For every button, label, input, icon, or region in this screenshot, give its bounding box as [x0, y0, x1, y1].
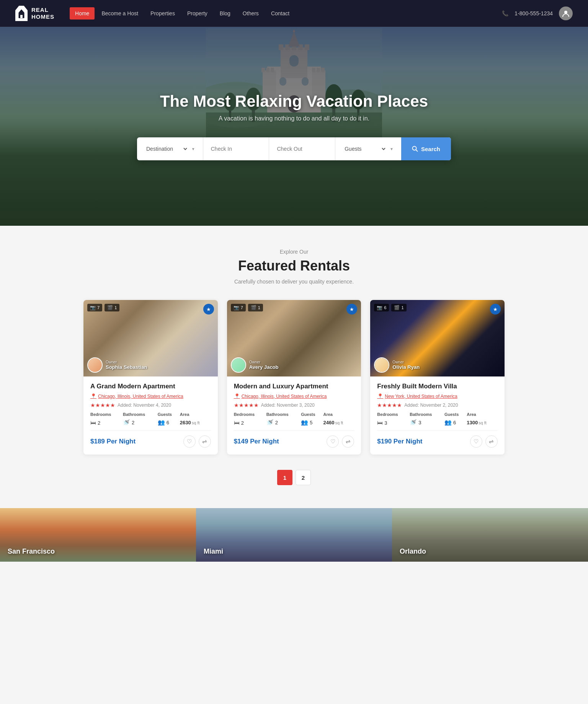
- property-card-1: 📷7 🎬1 ★ Owner Sophia Sebastian A Grand M…: [83, 300, 218, 455]
- nav-link-properties[interactable]: Properties: [145, 7, 180, 20]
- area-header: Area: [467, 412, 498, 418]
- compare-button[interactable]: ⇌: [342, 435, 354, 448]
- star-rating: ★★★★★: [234, 402, 259, 408]
- checkin-field[interactable]: [203, 137, 270, 160]
- owner-label: Owner: [106, 360, 147, 364]
- guests-header: Guests: [444, 412, 467, 418]
- bathrooms-header: Bathrooms: [410, 412, 444, 418]
- specs-table: Bedrooms Bathrooms Guests Area 🛏3 🚿3: [377, 412, 498, 426]
- city-strip: San FranciscoMiamiOrlando: [0, 508, 588, 562]
- nav-links: HomeBecome a HostPropertiesPropertyBlogO…: [70, 7, 502, 20]
- brand-logo[interactable]: REAL HOMES: [15, 6, 54, 21]
- city-item-orlando[interactable]: Orlando: [392, 508, 588, 562]
- bathrooms-value: 🚿2: [266, 418, 301, 426]
- city-item-miami[interactable]: Miami: [196, 508, 392, 562]
- property-card-2: 📷7 🎬1 ★ Owner Avery Jacob Modern and Lux…: [227, 300, 361, 455]
- guests-value: 👥6: [444, 418, 467, 426]
- destination-field[interactable]: Destination ▼: [137, 137, 203, 160]
- card-title: Modern and Luxury Apartment: [234, 383, 354, 390]
- badge-row: 📷6 🎬1: [374, 304, 406, 311]
- area-header: Area: [180, 412, 211, 418]
- owner-info: Owner Olivia Ryan: [374, 357, 420, 373]
- camera-icon: 📷: [377, 305, 382, 310]
- destination-select[interactable]: Destination: [145, 145, 188, 152]
- card-image-wrapper: 📷6 🎬1 ★ Owner Olivia Ryan: [370, 300, 505, 376]
- stars-row: ★★★★★ Added: November 2, 2020: [377, 402, 498, 408]
- nav-link-home[interactable]: Home: [70, 7, 95, 20]
- checkin-input[interactable]: [211, 146, 261, 152]
- brand-name-line1: REAL: [31, 7, 54, 13]
- search-bar: Destination ▼ Guests ▼ Search: [137, 137, 451, 160]
- card-location[interactable]: 📍 Chicago, Illinois, United States of Am…: [234, 393, 354, 399]
- nav-link-others[interactable]: Others: [237, 7, 264, 20]
- bathrooms-header: Bathrooms: [266, 412, 301, 418]
- nav-link-contact[interactable]: Contact: [266, 7, 295, 20]
- owner-label: Owner: [392, 360, 420, 364]
- wishlist-button[interactable]: ♡: [327, 435, 339, 448]
- navbar: REAL HOMES HomeBecome a HostPropertiesPr…: [0, 0, 588, 27]
- bed-icon: 🛏: [234, 419, 240, 426]
- search-button[interactable]: Search: [401, 137, 451, 160]
- hero-content: The Most Relaxing Vacation Places A vaca…: [160, 92, 428, 122]
- owner-info: Owner Sophia Sebastian: [87, 357, 147, 373]
- nav-link-become-a-host[interactable]: Become a Host: [96, 7, 144, 20]
- location-pin-icon: 📍: [377, 393, 383, 399]
- user-avatar[interactable]: [559, 7, 573, 20]
- card-actions: ♡ ⇌: [183, 435, 211, 448]
- card-image-wrapper: 📷7 🎬1 ★ Owner Avery Jacob: [227, 300, 361, 376]
- city-name: Miami: [204, 548, 223, 556]
- nav-link-blog[interactable]: Blog: [214, 7, 236, 20]
- bathrooms-header: Bathrooms: [123, 412, 158, 418]
- compare-button[interactable]: ⇌: [199, 435, 211, 448]
- location-text: Chicago, Illinois, United States of Amer…: [98, 394, 183, 399]
- property-cards-grid: 📷7 🎬1 ★ Owner Sophia Sebastian A Grand M…: [83, 300, 505, 455]
- owner-avatar: [87, 357, 103, 373]
- added-date: Added: November 4, 2020: [118, 403, 171, 408]
- search-button-label: Search: [421, 146, 440, 152]
- wishlist-button[interactable]: ♡: [470, 435, 482, 448]
- video-badge: 🎬1: [248, 304, 263, 311]
- location-pin-icon: 📍: [234, 393, 240, 399]
- svg-point-1: [564, 11, 567, 14]
- guests-field[interactable]: Guests ▼: [335, 137, 401, 160]
- card-title: A Grand Modern Apartment: [90, 383, 211, 390]
- card-image-wrapper: 📷7 🎬1 ★ Owner Sophia Sebastian: [83, 300, 218, 376]
- specs-table: Bedrooms Bathrooms Guests Area 🛏2 🚿2: [90, 412, 211, 426]
- bath-icon: 🚿: [123, 419, 130, 425]
- card-body: A Grand Modern Apartment 📍 Chicago, Illi…: [83, 376, 218, 455]
- bed-icon: 🛏: [90, 419, 96, 426]
- bedrooms-header: Bedrooms: [90, 412, 123, 418]
- video-icon: 🎬: [394, 305, 400, 310]
- card-location[interactable]: 📍 New York, United States of America: [377, 393, 498, 399]
- compare-button[interactable]: ⇌: [485, 435, 498, 448]
- guests-value: 👥5: [301, 418, 323, 426]
- section-description: Carefully chosen to deliver you quality …: [15, 279, 573, 285]
- nav-link-property[interactable]: Property: [182, 7, 213, 20]
- video-badge: 🎬1: [105, 304, 119, 311]
- bedrooms-header: Bedrooms: [234, 412, 266, 418]
- checkout-input[interactable]: [277, 146, 327, 152]
- bath-icon: 🚿: [410, 419, 417, 425]
- people-icon: 👥: [158, 419, 165, 425]
- photo-badge: 📷7: [231, 304, 246, 311]
- video-icon: 🎬: [107, 305, 113, 310]
- bathrooms-value: 🚿3: [410, 418, 444, 426]
- wishlist-button[interactable]: ♡: [183, 435, 196, 448]
- page-button-1[interactable]: 1: [277, 470, 292, 485]
- nav-right: 📞 1-800-555-1234: [502, 7, 573, 20]
- page-button-2[interactable]: 2: [296, 470, 311, 485]
- checkout-field[interactable]: [269, 137, 335, 160]
- star-rating: ★★★★★: [90, 402, 115, 408]
- owner-name: Olivia Ryan: [392, 364, 420, 370]
- property-card-3: 📷6 🎬1 ★ Owner Olivia Ryan Freshly Built …: [370, 300, 505, 455]
- search-icon: [412, 146, 418, 152]
- specs-table: Bedrooms Bathrooms Guests Area 🛏2 🚿2: [234, 412, 354, 426]
- owner-avatar: [374, 357, 389, 373]
- card-footer: $189 Per Night ♡ ⇌: [90, 430, 211, 448]
- hero-section: The Most Relaxing Vacation Places A vaca…: [0, 27, 588, 226]
- area-value: 2630sq ft: [180, 418, 211, 426]
- guests-select[interactable]: Guests: [343, 145, 387, 152]
- card-actions: ♡ ⇌: [470, 435, 498, 448]
- city-item-san-francisco[interactable]: San Francisco: [0, 508, 196, 562]
- card-location[interactable]: 📍 Chicago, Illinois, United States of Am…: [90, 393, 211, 399]
